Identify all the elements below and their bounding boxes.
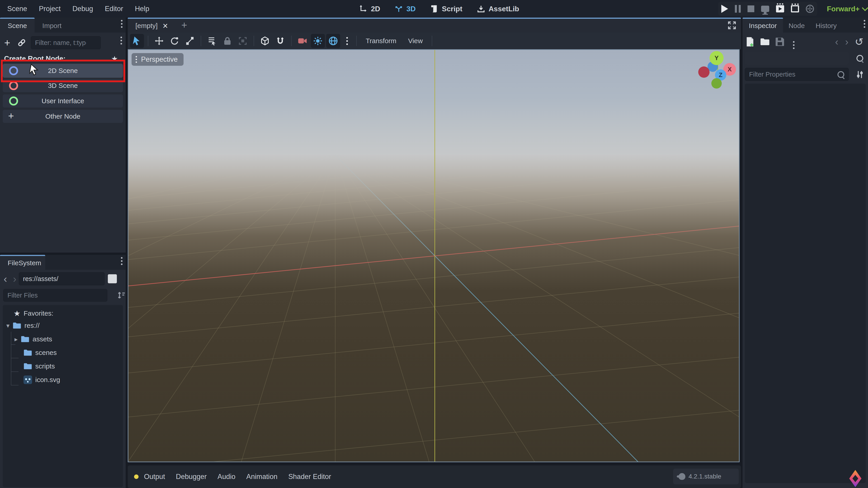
transform-menu[interactable]: Transform	[360, 33, 402, 49]
tab-inspector[interactable]: Inspector	[743, 18, 783, 33]
tree-item-res[interactable]: ▾ res://	[6, 320, 39, 331]
renderer-selector[interactable]: Forward+	[827, 0, 867, 18]
stop-button[interactable]	[747, 5, 754, 12]
property-tools-button[interactable]	[854, 68, 866, 81]
file-sort-button[interactable]	[117, 291, 126, 300]
menu-help[interactable]: Help	[129, 0, 155, 18]
nav-forward-button[interactable]: ›	[11, 273, 19, 285]
save-resource-button[interactable]	[772, 34, 787, 49]
preview-sunlight-button[interactable]	[311, 34, 325, 48]
version-badge[interactable]: 4.2.1.stable	[673, 468, 739, 484]
scene-filter-input[interactable]	[31, 36, 101, 49]
axis-gizmo[interactable]: Y X Z	[693, 50, 739, 91]
chevron-collapsed-icon[interactable]: ▸	[14, 335, 18, 343]
group-button[interactable]	[236, 34, 250, 48]
filesystem-menu-button[interactable]	[121, 257, 123, 259]
history-forward-button[interactable]: ›	[842, 36, 851, 47]
load-resource-button[interactable]	[757, 34, 772, 49]
root-node-other-node[interactable]: + Other Node	[3, 110, 123, 123]
select-tool-button[interactable]	[130, 34, 144, 48]
folder-icon	[13, 322, 21, 329]
instance-scene-button[interactable]	[14, 35, 29, 50]
tree-favorites[interactable]: ★ Favorites:	[13, 308, 53, 319]
close-tab-icon[interactable]: ×	[162, 22, 168, 29]
toggle-split-mode-button[interactable]	[108, 274, 117, 283]
preview-camera-button[interactable]	[296, 34, 309, 48]
movie-maker-button[interactable]	[806, 5, 814, 13]
root-node-2d-scene[interactable]: 2D Scene	[3, 64, 123, 78]
property-filter-input[interactable]	[745, 68, 849, 81]
view-menu[interactable]: View	[402, 33, 429, 49]
favorite-star-icon[interactable]: ★	[111, 54, 118, 63]
history-back-button[interactable]: ‹	[832, 36, 841, 47]
bottom-tab-audio[interactable]: Audio	[212, 465, 241, 488]
workspace-script[interactable]: Script	[423, 4, 469, 14]
2d-workspace-icon	[358, 4, 368, 14]
tab-scene[interactable]: Scene	[0, 18, 35, 33]
viewport-3d[interactable]: Perspective Y X Z	[128, 49, 740, 462]
pause-button[interactable]	[735, 5, 741, 13]
perspective-button[interactable]: Perspective	[131, 53, 184, 66]
inspector-menu-button[interactable]	[864, 20, 865, 22]
workspace-assetlib[interactable]: AssetLib	[469, 4, 526, 14]
file-filter-input[interactable]	[3, 289, 107, 302]
menu-debug[interactable]: Debug	[66, 0, 99, 18]
tab-node[interactable]: Node	[783, 18, 810, 33]
tree-item-scenes[interactable]: scenes	[24, 348, 57, 358]
snap-button[interactable]	[273, 34, 287, 48]
preview-environment-button[interactable]	[326, 34, 340, 48]
chevron-expanded-icon[interactable]: ▾	[6, 322, 9, 329]
scene-dock-toolbar: +	[0, 33, 126, 53]
gizmo-neg-y-ball[interactable]	[711, 78, 722, 89]
play-custom-scene-button[interactable]	[791, 5, 799, 12]
bottom-tab-shader-editor[interactable]: Shader Editor	[283, 465, 337, 488]
play-scene-button[interactable]	[776, 5, 784, 12]
bottom-tab-output[interactable]: Output	[138, 465, 170, 488]
gizmo-neg-x-ball[interactable]	[698, 66, 710, 78]
resource-extra-menu-button[interactable]	[787, 34, 800, 49]
scale-tool-button[interactable]	[183, 34, 197, 48]
root-node-user-interface[interactable]: User Interface	[3, 94, 123, 107]
bottom-tab-debugger[interactable]: Debugger	[170, 465, 212, 488]
doc-search-icon	[857, 55, 863, 62]
tab-import[interactable]: Import	[35, 18, 69, 33]
menu-project[interactable]: Project	[33, 0, 66, 18]
expand-viewport-button[interactable]	[726, 20, 737, 30]
rotate-tool-button[interactable]	[167, 34, 182, 48]
tree-guide-line	[11, 358, 19, 358]
play-button[interactable]	[721, 5, 728, 13]
tree-item-assets[interactable]: ▸ assets	[14, 334, 52, 344]
tree-item-icon-svg[interactable]: icon.svg	[24, 375, 60, 385]
scene-dock-menu-button[interactable]	[121, 20, 123, 22]
new-scene-tab-button[interactable]: +	[177, 18, 191, 33]
menu-scene[interactable]: Scene	[1, 0, 33, 18]
viewport-extra-menu-button[interactable]	[341, 34, 353, 48]
scene-toolbar-menu-button[interactable]	[121, 37, 122, 38]
tree-item-scripts[interactable]: scripts	[24, 361, 55, 371]
path-field[interactable]	[19, 272, 105, 285]
run-bar	[718, 2, 817, 16]
tree-guide-line	[11, 332, 11, 385]
remote-debug-button[interactable]	[761, 6, 769, 12]
nav-back-button[interactable]: ‹	[0, 273, 11, 285]
tab-history[interactable]: History	[810, 18, 842, 33]
object-history-button[interactable]: ↺	[852, 36, 866, 48]
tab-filesystem[interactable]: FileSystem	[0, 255, 45, 270]
right-dock: Inspector Node History ‹ › ↺	[743, 18, 868, 488]
add-node-button[interactable]: +	[0, 35, 14, 50]
menu-editor[interactable]: Editor	[99, 0, 129, 18]
scene-tab-empty[interactable]: [empty] ×	[128, 18, 741, 33]
list-select-tool-button[interactable]	[205, 34, 219, 48]
move-tool-button[interactable]	[152, 34, 166, 48]
plus-icon: +	[8, 110, 14, 122]
lock-button[interactable]	[220, 34, 235, 48]
workspace-2d[interactable]: 2D	[351, 4, 387, 14]
local-space-button[interactable]	[258, 34, 272, 48]
bottom-tab-animation[interactable]: Animation	[241, 465, 283, 488]
new-resource-button[interactable]	[743, 34, 757, 49]
open-docs-button[interactable]	[854, 52, 866, 65]
gizmo-y-ball[interactable]: Y	[710, 51, 723, 65]
output-status-dot	[134, 475, 138, 479]
root-node-3d-scene[interactable]: 3D Scene	[3, 79, 123, 92]
workspace-3d[interactable]: 3D	[387, 4, 423, 14]
